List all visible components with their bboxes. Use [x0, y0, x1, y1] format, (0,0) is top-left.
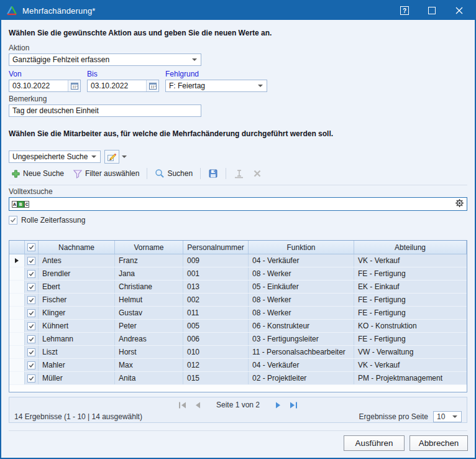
select-all-checkbox[interactable] [25, 241, 39, 254]
table-row[interactable]: Antes Franz 009 04 - Verkäufer VK - Verk… [9, 254, 467, 267]
divider [9, 185, 467, 185]
column-header-nachname[interactable]: Nachname [39, 241, 115, 254]
per-page-label: Ergebnisse pro Seite [359, 412, 428, 421]
row-checkbox[interactable] [25, 333, 39, 345]
column-header-funktion[interactable]: Funktion [249, 241, 354, 254]
per-page-value: 10 [437, 412, 445, 421]
filter-icon [73, 169, 83, 178]
pagination-panel: Seite 1 von 2 14 Ergebnisse (1 - 10 | 14… [9, 397, 467, 423]
row-checkbox[interactable] [25, 254, 39, 267]
bis-date-value: 03.10.2022 [91, 81, 128, 90]
table-row[interactable]: Klinger Gustav 011 08 - Werker FE - Fert… [9, 307, 467, 320]
table-row[interactable]: Ebert Christiane 013 05 - Einkäufer EK -… [9, 280, 467, 294]
von-date-value: 03.10.2022 [12, 81, 50, 90]
table-row[interactable]: Brendler Jana 001 08 - Werker FE - Ferti… [9, 267, 467, 280]
chevron-down-icon [258, 85, 263, 87]
close-icon[interactable] [454, 5, 465, 16]
next-page-icon[interactable] [273, 401, 283, 409]
bemerkung-label: Bemerkung [9, 95, 47, 103]
aktion-select[interactable]: Ganztägige Fehlzeit erfassen [9, 53, 201, 66]
bis-label: Bis [87, 70, 98, 78]
table-row[interactable]: Liszt Horst 010 11 - Personalsachbearbei… [9, 346, 467, 359]
saved-search-value: Ungespeicherte Suche [12, 152, 88, 161]
results-summary: 14 Ergebnisse (1 - 10 | 14 ausgewählt) [14, 412, 142, 421]
abbrechen-button[interactable]: Abbrechen [410, 435, 468, 451]
table-row[interactable]: Müller Anita 015 02 - Projektleiter PM -… [9, 372, 467, 385]
previous-page-icon[interactable] [193, 401, 203, 409]
app-logo-icon [6, 6, 17, 16]
table-row[interactable]: Kühnert Peter 005 06 - Konstrukteur KO -… [9, 320, 467, 333]
table-row[interactable]: Fischer Helmut 002 08 - Werker FE - Fert… [9, 294, 467, 307]
divider [9, 430, 467, 431]
page-indicator: Seite 1 von 2 [216, 401, 260, 409]
row-checkbox[interactable] [25, 359, 39, 371]
column-header-abteilung[interactable]: Abteilung [354, 241, 467, 254]
row-checkbox[interactable] [25, 346, 39, 358]
bemerkung-input[interactable]: Tag der deutschen Einheit [9, 104, 201, 117]
aktion-label: Aktion [9, 44, 29, 52]
dialog-mehrfachaenderung: Mehrfachänderung* ? Wählen Sie die gewün… [0, 0, 476, 459]
row-checkbox[interactable] [25, 280, 39, 293]
search-settings-gear-icon[interactable] [455, 198, 464, 210]
row-checkbox[interactable] [25, 307, 39, 319]
filter-auswaehlen-button[interactable]: Filter auswählen [70, 168, 142, 180]
edit-search-dropdown-icon[interactable] [122, 155, 127, 158]
save-icon [208, 169, 218, 178]
help-icon[interactable]: ? [399, 5, 410, 16]
toolbar-separator [200, 168, 201, 179]
edit-search-button[interactable] [104, 150, 119, 164]
toolbar-separator [226, 168, 226, 179]
search-toolbar: Neue Suche Filter auswählen Suchen [9, 167, 264, 180]
table-row[interactable]: Lehmann Andreas 006 03 - Fertigungsleite… [9, 333, 467, 346]
action-section-heading: Wählen Sie die gewünschte Aktion aus und… [9, 29, 272, 37]
abc-match-icon: ABC [12, 201, 29, 208]
bis-calendar-icon[interactable] [146, 80, 158, 91]
rolle-zeiterfassung-checkbox[interactable] [9, 216, 17, 225]
rolle-zeiterfassung-label: Rolle Zeiterfassung [21, 216, 85, 225]
rolle-zeiterfassung-row: Rolle Zeiterfassung [9, 216, 85, 225]
rename-search-button-disabled[interactable] [231, 168, 247, 180]
volltextsuche-label: Volltextsuche [9, 187, 53, 196]
von-calendar-icon[interactable] [68, 80, 80, 91]
row-checkbox[interactable] [25, 294, 39, 306]
rename-icon [234, 169, 244, 178]
delete-search-button-disabled[interactable] [250, 168, 264, 179]
neue-suche-button[interactable]: Neue Suche [9, 168, 66, 180]
column-header-personalnummer[interactable]: Personalnummer [183, 241, 249, 254]
delete-x-icon [253, 169, 262, 178]
header-indicator-cell [9, 241, 25, 254]
window-title: Mehrfachänderung* [22, 6, 96, 16]
plus-icon [11, 169, 21, 178]
save-search-button[interactable] [206, 167, 221, 180]
von-date-field[interactable]: 03.10.2022 [9, 80, 81, 92]
bis-date-field[interactable]: 03.10.2022 [87, 80, 159, 92]
fehlgrund-select[interactable]: F: Feiertag [165, 80, 267, 92]
search-icon [155, 169, 165, 178]
bemerkung-value: Tag der deutschen Einheit [12, 106, 99, 115]
ausfuehren-button[interactable]: Ausführen [344, 435, 405, 451]
row-checkbox[interactable] [25, 372, 39, 384]
maximize-icon[interactable] [426, 5, 437, 16]
row-checkbox[interactable] [25, 267, 39, 280]
fehlgrund-selected-value: F: Feiertag [169, 81, 205, 90]
chevron-down-icon [452, 415, 457, 418]
von-label: Von [9, 70, 22, 78]
fehlgrund-label: Fehlgrund [165, 70, 199, 78]
volltextsuche-input[interactable] [31, 200, 455, 208]
chevron-down-icon [91, 155, 96, 158]
pencil-icon [107, 152, 117, 162]
row-checkbox[interactable] [25, 320, 39, 332]
saved-search-select[interactable]: Ungespeicherte Suche [9, 151, 101, 163]
suchen-button[interactable]: Suchen [152, 167, 195, 180]
chevron-down-icon [192, 58, 197, 61]
last-page-icon[interactable] [288, 401, 298, 409]
table-row[interactable]: Mahler Max 012 04 - Verkäufer VK - Verka… [9, 359, 467, 372]
titlebar: Mehrfachänderung* ? [1, 1, 475, 20]
aktion-selected-value: Ganztägige Fehlzeit erfassen [12, 55, 109, 64]
toolbar-separator [147, 168, 147, 179]
table-header-row: Nachname Vorname Personalnummer Funktion… [9, 241, 467, 254]
first-page-icon[interactable] [178, 401, 188, 409]
column-header-vorname[interactable]: Vorname [115, 241, 183, 254]
checkmark-icon [10, 217, 16, 223]
per-page-select[interactable]: 10 [433, 411, 462, 422]
